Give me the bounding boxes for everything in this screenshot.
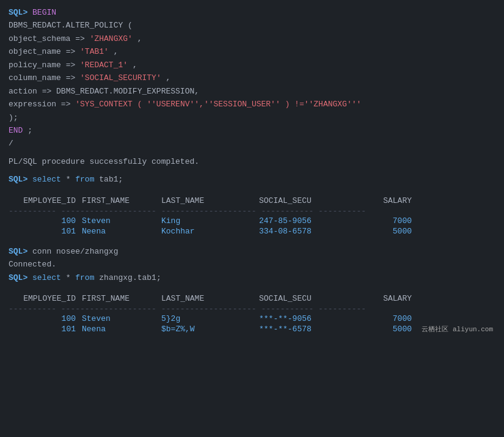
expression-line: expression => 'SYS_CONTEXT ( ''USERENV''… (9, 98, 495, 111)
t2r2-ssn: ***-**-6578 (259, 325, 363, 334)
select-kw-1: select (32, 175, 61, 184)
expression-arrow: => (61, 100, 71, 109)
obj-schema-line: object_schema => 'ZHANGXG' , (9, 32, 495, 45)
select1-line: SQL> select * from tab1; (9, 173, 495, 186)
conn-cmd: conn nosee/zhangxg (32, 247, 118, 256)
action-line: action => DBMS_REDACT.MODIFY_EXPRESSION, (9, 85, 495, 98)
t2r2-empid: 101 (9, 325, 82, 334)
table1-row-1: 100 Steven King 247-85-9056 7000 (9, 216, 495, 226)
t1r1-empid: 100 (9, 216, 82, 226)
t2r2-salary: 5000 (363, 325, 412, 334)
dbms-alter-text: DBMS_REDACT.ALTER_POLICY ( (9, 21, 133, 30)
expression-val: 'SYS_CONTEXT ( ''USERENV'',''SESSION_USE… (75, 100, 361, 109)
col-header-lname-2: LAST_NAME (161, 294, 259, 303)
col-header-salary-1: SALARY (363, 196, 412, 205)
policy-name-key: policy_name (9, 61, 61, 70)
obj-schema-val: 'ZHANGXG' (90, 34, 133, 43)
t2r1-lname: 5}2g (161, 314, 259, 323)
obj-schema-arrow: => (75, 34, 85, 43)
comma1: , (137, 34, 142, 43)
end-keyword: END (9, 126, 23, 135)
col-header-fname-1: FIRST_NAME (82, 196, 161, 205)
select2-line: SQL> select * from zhangxg.tab1; (9, 271, 495, 284)
col-name-line: column_name => 'SOCIAL_SECURITY' , (9, 72, 495, 84)
action-key: action (9, 87, 37, 96)
table2-divider: ---------- -------------------- --------… (9, 304, 495, 314)
t1r2-salary: 5000 (363, 227, 412, 236)
t1r2-ssn: 334-08-6578 (259, 227, 363, 236)
col-header-salary-2: SALARY (363, 294, 412, 303)
begin-keyword: BEGIN (32, 8, 56, 17)
col-name-arrow: => (66, 73, 76, 83)
t1r2-fname: Neena (82, 227, 161, 236)
comma3: , (133, 61, 137, 70)
t1r2-lname: Kochhar (161, 227, 259, 236)
sql-prompt-2: SQL> (9, 175, 27, 184)
t2r1-empid: 100 (9, 314, 82, 323)
select-kw-2: select (32, 273, 61, 282)
table1-header: EMPLOYEE_ID FIRST_NAME LAST_NAME SOCIAL_… (9, 195, 495, 207)
t1r1-ssn: 247-85-9056 (259, 216, 363, 226)
t2r1-salary: 7000 (363, 314, 412, 323)
table2: EMPLOYEE_ID FIRST_NAME LAST_NAME SOCIAL_… (9, 293, 495, 334)
from-kw-2: from (75, 273, 94, 282)
expression-key: expression (9, 100, 56, 109)
terminal-window: SQL> BEGIN DBMS_REDACT.ALTER_POLICY ( ob… (9, 6, 495, 334)
obj-name-arrow: => (66, 47, 76, 56)
end-line: END ; (9, 124, 495, 137)
dbms-alter-line: DBMS_REDACT.ALTER_POLICY ( (9, 19, 495, 32)
slash-line: / (9, 137, 495, 150)
close-paren-line: ); (9, 111, 495, 124)
comma4: , (166, 73, 171, 83)
conn-line: SQL> conn nosee/zhangxg (9, 245, 495, 258)
obj-name-line: object_name => 'TAB1' , (9, 45, 495, 58)
comma2: , (114, 47, 119, 56)
slash: / (9, 139, 13, 148)
from-kw-1: from (75, 175, 94, 184)
sql-prompt-4: SQL> (9, 273, 27, 282)
table-name-1: tab1; (99, 175, 123, 184)
col-header-empid-1: EMPLOYEE_ID (9, 196, 82, 205)
col-name-key: column_name (9, 73, 61, 83)
table2-row-2: 101 Neena $b=Z%,W ***-**-6578 5000 云栖社区 … (9, 324, 495, 334)
success-line: PL/SQL procedure successfully completed. (9, 155, 495, 168)
t2r1-fname: Steven (82, 314, 161, 323)
table1: EMPLOYEE_ID FIRST_NAME LAST_NAME SOCIAL_… (9, 195, 495, 237)
policy-name-line: policy_name => 'REDACT_1' , (9, 59, 495, 72)
col-header-lname-1: LAST_NAME (161, 196, 259, 205)
col-header-ssn-1: SOCIAL_SECU (259, 196, 363, 205)
t1r2-empid: 101 (9, 227, 82, 236)
select-rest-2: * (66, 273, 76, 282)
close-paren: ); (9, 113, 18, 122)
policy-name-arrow: => (66, 61, 76, 70)
t2r1-ssn: ***-**-9056 (259, 314, 363, 323)
t2r2-lname: $b=Z%,W (161, 325, 259, 334)
table-name-2: zhangxg.tab1; (99, 273, 161, 282)
table1-divider: ---------- -------------------- --------… (9, 207, 495, 216)
col-header-fname-2: FIRST_NAME (82, 294, 161, 303)
t1r1-salary: 7000 (363, 216, 412, 226)
table2-header: EMPLOYEE_ID FIRST_NAME LAST_NAME SOCIAL_… (9, 293, 495, 304)
obj-name-key: object_name (9, 47, 61, 56)
connected-text: Connected. (9, 260, 56, 269)
watermark: 云栖社区 aliyun.com (419, 324, 495, 334)
connected-line: Connected. (9, 258, 495, 271)
t1r1-lname: King (161, 216, 259, 226)
sql-prompt-3: SQL> (9, 247, 27, 256)
semicolon: ; (27, 126, 32, 135)
obj-name-val: 'TAB1' (80, 47, 109, 56)
policy-name-val: 'REDACT_1' (80, 61, 128, 70)
sql-begin-line: SQL> BEGIN (9, 6, 495, 19)
success-text: PL/SQL procedure successfully completed. (9, 157, 199, 166)
col-header-empid-2: EMPLOYEE_ID (9, 294, 82, 303)
t1r1-fname: Steven (82, 216, 161, 226)
col-name-val: 'SOCIAL_SECURITY' (80, 73, 161, 83)
sql-prompt: SQL> (9, 8, 27, 17)
col-header-ssn-2: SOCIAL_SECU (259, 294, 363, 303)
action-arrow: => DBMS_REDACT.MODIFY_EXPRESSION, (42, 87, 199, 96)
t2r2-fname: Neena (82, 325, 161, 334)
table2-row-1: 100 Steven 5}2g ***-**-9056 7000 (9, 314, 495, 324)
table1-row-2: 101 Neena Kochhar 334-08-6578 5000 (9, 226, 495, 237)
obj-schema-key: object_schema (9, 34, 70, 43)
select-rest-1: * (66, 175, 76, 184)
